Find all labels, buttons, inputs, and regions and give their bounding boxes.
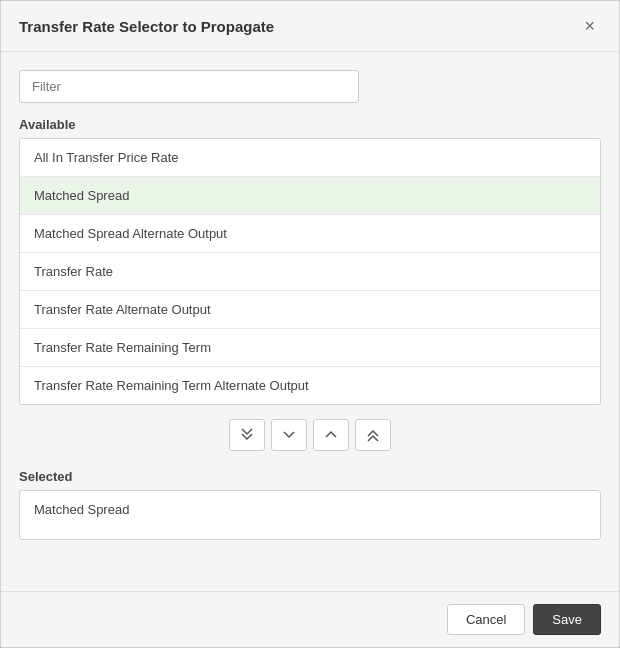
move-all-down-button[interactable] [229,419,265,451]
available-label: Available [19,117,601,132]
move-down-button[interactable] [271,419,307,451]
selected-item[interactable]: Matched Spread [20,491,600,528]
list-item[interactable]: Transfer Rate Remaining Term [20,329,600,367]
dialog-title: Transfer Rate Selector to Propagate [19,18,274,35]
dialog-body: Available All In Transfer Price Rate Mat… [1,52,619,591]
chevron-up-icon [324,428,338,442]
selected-section: Selected Matched Spread [19,469,601,540]
list-item[interactable]: All In Transfer Price Rate [20,139,600,177]
double-chevron-down-icon [240,428,254,442]
selected-list: Matched Spread [19,490,601,540]
cancel-button[interactable]: Cancel [447,604,525,635]
filter-input[interactable] [19,70,359,103]
dialog-header: Transfer Rate Selector to Propagate × [1,1,619,52]
dialog-footer: Cancel Save [1,591,619,647]
list-item[interactable]: Transfer Rate Alternate Output [20,291,600,329]
list-item[interactable]: Transfer Rate [20,253,600,291]
close-button[interactable]: × [578,15,601,37]
transfer-rate-dialog: Transfer Rate Selector to Propagate × Av… [0,0,620,648]
double-chevron-up-icon [366,428,380,442]
list-item[interactable]: Transfer Rate Remaining Term Alternate O… [20,367,600,404]
save-button[interactable]: Save [533,604,601,635]
available-list: All In Transfer Price Rate Matched Sprea… [19,138,601,405]
move-up-button[interactable] [313,419,349,451]
selected-label: Selected [19,469,601,484]
list-item[interactable]: Matched Spread Alternate Output [20,215,600,253]
move-all-up-button[interactable] [355,419,391,451]
chevron-down-icon [282,428,296,442]
move-buttons-group [19,405,601,465]
list-item[interactable]: Matched Spread [20,177,600,215]
